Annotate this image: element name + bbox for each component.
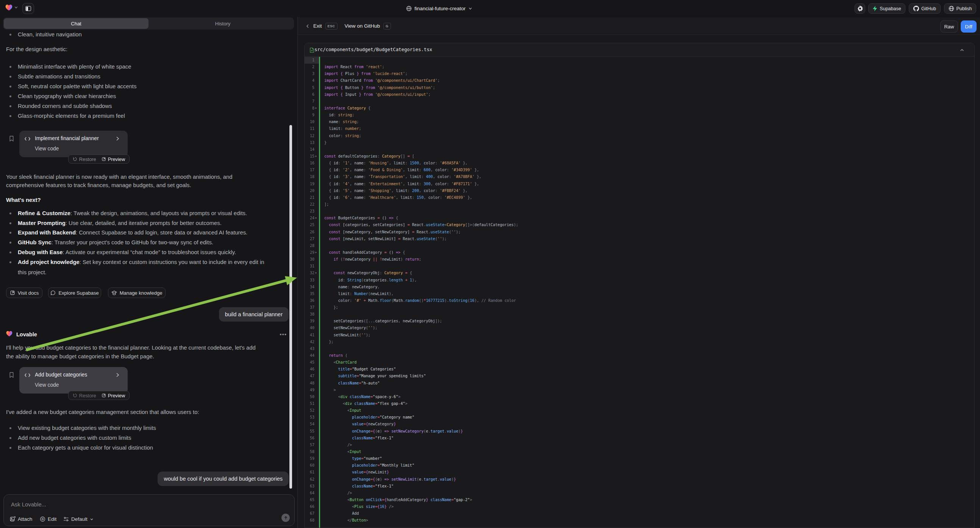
chat-action-explore-supabase[interactable]: Explore Supabase xyxy=(48,288,101,298)
mode-chevron-down-icon xyxy=(90,517,94,521)
publish-button[interactable]: Publish xyxy=(944,3,976,14)
sliders-icon xyxy=(63,516,69,522)
bullet-dot xyxy=(10,34,11,36)
code-line: 5import { Button } from '@/components/ui… xyxy=(305,84,974,91)
code-line: 51 <div className="flex gap-4"> xyxy=(305,400,974,407)
card-chevron-right-icon[interactable] xyxy=(115,136,120,141)
mode-select[interactable]: Default xyxy=(63,516,94,522)
bullet-dot xyxy=(10,427,11,429)
code-change-card[interactable]: Implement financial plannerView code xyxy=(19,131,128,157)
tab-history[interactable]: History xyxy=(151,17,294,30)
github-button[interactable]: GitHub xyxy=(909,3,940,14)
g-shortcut-badge: G xyxy=(383,23,391,30)
preview-button[interactable]: Preview xyxy=(102,156,126,162)
restore-preview-pill: RestorePreview xyxy=(68,391,130,400)
bullet-dot xyxy=(10,213,11,215)
bullet-dot xyxy=(10,232,11,234)
code-line: 32▾ const newCategoryObj: Category = { xyxy=(305,270,974,277)
bullet-dot xyxy=(10,222,11,224)
restore-button[interactable]: Restore xyxy=(73,156,96,162)
list-item: Minimalist interface with plenty of whit… xyxy=(18,62,131,71)
code-line: 40 setNewCategory(''); xyxy=(305,324,974,331)
bullet-dot xyxy=(10,242,11,243)
code-line: 62 onChange={(e) => setNewLimit(e.target… xyxy=(305,476,974,483)
code-line: 39 setCategories([...categories, newCate… xyxy=(305,318,974,324)
code-line: 47 subtitle="Manage your spending limits… xyxy=(305,373,974,380)
list-item: GitHub Sync: Transfer your project's cod… xyxy=(18,238,213,247)
chat-panel: Chat History Clean, intuitive navigation… xyxy=(0,0,298,528)
fold-chevron-icon[interactable]: ▾ xyxy=(315,270,317,277)
code-line: 59 type="number" xyxy=(305,455,974,462)
code-line: 4import ChartCard from '@/components/ui/… xyxy=(305,77,974,84)
file-path: src/components/budget/BudgetCategories.t… xyxy=(314,47,432,52)
code-line: 10 name: string; xyxy=(305,119,974,126)
diff-button[interactable]: Diff xyxy=(961,21,977,33)
code-line: 66 <Plus size={16} /> xyxy=(305,503,974,510)
list-item: Soft, neutral color palette with light b… xyxy=(18,82,136,91)
code-line: 14 xyxy=(305,146,974,153)
code-line: 27 const [newLimit, setNewLimit] = React… xyxy=(305,235,974,242)
code-line: 13} xyxy=(305,139,974,146)
fold-chevron-icon[interactable]: ▾ xyxy=(315,153,317,160)
code-line: 23 xyxy=(305,208,974,215)
code-line: 58 <Input xyxy=(305,448,974,455)
code-line: 22]; xyxy=(305,201,974,208)
view-on-github-link[interactable]: View on GitHub xyxy=(345,23,380,29)
tab-chat[interactable]: Chat xyxy=(4,18,148,29)
bookmark-icon[interactable] xyxy=(9,372,14,378)
code-panel-header: Exit ESC View on GitHub G Raw Diff xyxy=(298,17,980,35)
fold-chevron-icon[interactable]: ▾ xyxy=(315,249,317,256)
edit-button[interactable]: Edit xyxy=(40,516,56,522)
raw-button[interactable]: Raw xyxy=(940,21,958,33)
esc-shortcut-badge: ESC xyxy=(325,23,337,30)
supabase-button[interactable]: Supabase xyxy=(868,3,905,14)
preview-button[interactable]: Preview xyxy=(102,393,126,398)
send-button[interactable] xyxy=(282,514,290,522)
list-item: Add new budget categories with custom li… xyxy=(18,434,131,442)
code-line: 31 xyxy=(305,263,974,270)
bookmark-icon[interactable] xyxy=(9,135,14,142)
collapse-chevron-icon[interactable] xyxy=(959,48,964,52)
chat-input[interactable]: Ask Lovable... Attach Edit Default xyxy=(3,494,295,526)
chat-text: Your sleek financial planner is now read… xyxy=(6,173,232,181)
fold-chevron-icon[interactable]: ▾ xyxy=(315,105,317,112)
bullet-dot xyxy=(10,76,11,78)
code-line: 56 className="flex-1" xyxy=(305,435,974,442)
chat-action-visit-docs[interactable]: Visit docs xyxy=(6,288,43,298)
code-line: 36 color: '#' + Math.floor(Math.random()… xyxy=(305,297,974,304)
chat-history-tabs: Chat History xyxy=(3,17,294,30)
code-change-card[interactable]: Add budget categoriesView code xyxy=(19,367,128,394)
code-line: 28 xyxy=(305,242,974,249)
project-switcher[interactable]: financial-future-creator xyxy=(406,0,473,17)
chat-text: For the design aesthetic: xyxy=(6,45,67,53)
view-code-link[interactable]: View code xyxy=(35,146,59,151)
code-line: 24▾const BudgetCategories = () => { xyxy=(305,215,974,221)
chat-action-manage-knowledge[interactable]: Manage knowledge xyxy=(108,288,165,298)
list-item: Add project knowledge: Set key context o… xyxy=(18,258,264,266)
publish-globe-icon xyxy=(948,6,954,11)
cap-icon xyxy=(111,290,117,296)
code-line: 67 Add xyxy=(305,510,974,517)
attach-button[interactable]: Attach xyxy=(10,516,32,522)
chat-text: this project. xyxy=(18,268,46,277)
fold-chevron-icon[interactable]: ▾ xyxy=(315,215,317,221)
restore-button[interactable]: Restore xyxy=(73,393,96,398)
settings-button[interactable] xyxy=(854,3,865,14)
list-item: Each category gets a unique color for vi… xyxy=(18,444,153,452)
restore-preview-pill: RestorePreview xyxy=(68,154,130,164)
code-line: 20 { id: '5', name: 'Shopping', limit: 2… xyxy=(305,188,974,194)
code-line: 18 { id: '3', name: 'Transportation', li… xyxy=(305,173,974,180)
back-chevron-icon[interactable] xyxy=(305,24,310,29)
chat-scrollbar[interactable] xyxy=(290,125,292,488)
code-line: 11 limit: number; xyxy=(305,126,974,132)
exit-button[interactable]: Exit xyxy=(313,23,322,29)
code-editor[interactable]: 12import React from 'react';3import { Pl… xyxy=(305,57,974,528)
code-line: 45 <ChartCard xyxy=(305,359,974,366)
card-chevron-right-icon[interactable] xyxy=(115,372,120,378)
file-header[interactable]: src/components/budget/BudgetCategories.t… xyxy=(305,43,974,57)
view-code-link[interactable]: View code xyxy=(35,382,59,388)
user-message-bubble: build a financial planner xyxy=(219,307,289,321)
message-menu-icon[interactable]: ••• xyxy=(280,331,287,337)
list-item: View existing budget categories with the… xyxy=(18,424,156,432)
code-line: 49 > xyxy=(305,387,974,394)
